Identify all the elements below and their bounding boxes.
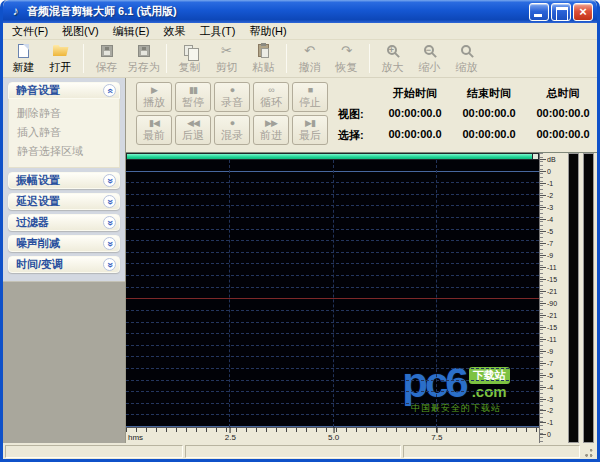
time-table-corner: [336, 86, 378, 101]
status-section: [185, 445, 401, 458]
chevron-down-icon[interactable]: »: [103, 258, 116, 271]
db-scale-label: -7: [540, 357, 565, 369]
sidebar-item[interactable]: 插入静音: [17, 123, 117, 142]
open-folder-icon: [52, 43, 69, 59]
undo-arrow-icon: ↶: [301, 43, 318, 59]
db-scale-label: -21: [540, 309, 565, 321]
main-area: 静音设置 « 删除静音插入静音静音选择区域 振幅设置 » 延迟设置 »: [3, 78, 597, 443]
db-scale-label: -2: [540, 190, 565, 202]
new-button[interactable]: 新建: [5, 41, 42, 76]
pc6-watermark: pc6 下载站 .com 中国最安全的下载站: [377, 365, 535, 415]
ruler-mark-label: 7.5: [431, 433, 442, 442]
panel-header[interactable]: 振幅设置 »: [8, 172, 120, 189]
toolbar-separator: [286, 44, 287, 73]
menu-item[interactable]: 效果: [156, 23, 192, 40]
view-time-value: 00:00:00.0: [452, 107, 526, 122]
panel-header[interactable]: 过滤器 »: [8, 214, 120, 231]
transport-button[interactable]: ▮▮ 暂停: [175, 82, 211, 112]
time-info-table: 开始时间结束时间总时间 视图: 00:00:00.000:00:00.000:0…: [336, 82, 597, 152]
watermark-badge: 下载站: [469, 367, 510, 384]
content-area: ▶ 播放 ▮▮ 暂停 ● 录音 ∞ 循环: [126, 78, 597, 443]
transport-button[interactable]: ◀◀ 后退: [175, 115, 211, 145]
transport-button[interactable]: ▮◀ 最前: [136, 115, 172, 145]
menu-item[interactable]: 文件(F): [5, 23, 55, 40]
view-time-value: 00:00:00.0: [526, 107, 597, 122]
panel-header[interactable]: 噪声削减 »: [8, 235, 120, 252]
titlebar[interactable]: 音频混音剪辑大师 6.1 (试用版): [3, 0, 597, 23]
view-row-label: 视图:: [336, 107, 378, 122]
status-section: [403, 445, 580, 458]
transport-icon: ▮▮: [189, 85, 197, 95]
wave-scrollbar[interactable]: [126, 153, 539, 160]
transport-row-2: ▮◀ 最前 ◀◀ 后退 ● 混录 ▶▶ 前进: [136, 115, 328, 145]
transport-button[interactable]: ▶▶ 前进: [253, 115, 289, 145]
time-ruler[interactable]: hms 2.55.07.5: [126, 427, 539, 443]
menu-item[interactable]: 编辑(E): [106, 23, 157, 40]
transport-button[interactable]: ● 混录: [214, 115, 250, 145]
wave-main: pc6 下载站 .com 中国最安全的下载站 hms 2.55.07.5: [126, 153, 539, 443]
transport-button[interactable]: ∞ 循环: [253, 82, 289, 112]
ruler-mark-label: 5.0: [328, 433, 339, 442]
sidebar-item[interactable]: 删除静音: [17, 104, 117, 123]
cut-button[interactable]: ✂ 剪切: [208, 41, 245, 76]
close-button[interactable]: [573, 3, 593, 21]
chevron-down-icon[interactable]: »: [103, 216, 116, 229]
transport-icon: ●: [230, 85, 234, 95]
open-button[interactable]: 打开: [42, 41, 79, 76]
chevron-up-icon[interactable]: «: [103, 84, 116, 97]
ruler-mark-label: 2.5: [225, 433, 236, 442]
toolbar-separator: [83, 44, 84, 73]
db-scale-label: -2: [540, 405, 565, 417]
db-scale-label: -1: [540, 417, 565, 429]
zoom-out-button[interactable]: 缩小: [411, 41, 448, 76]
undo-button[interactable]: ↶ 撤消: [291, 41, 328, 76]
app-note-icon: [8, 4, 23, 19]
db-scale-label: dB: [540, 154, 565, 166]
db-scale-label: -1: [540, 178, 565, 190]
transport-button[interactable]: ▶▮ 最后: [292, 115, 328, 145]
chevron-down-icon[interactable]: »: [103, 195, 116, 208]
redo-button[interactable]: ↷ 恢复: [328, 41, 365, 76]
toolbar-separator: [369, 44, 370, 73]
transport-icon: ∞: [268, 85, 273, 95]
pc6-logo: pc6: [402, 365, 465, 401]
menu-item[interactable]: 帮助(H): [242, 23, 293, 40]
zoom-button[interactable]: 缩放: [448, 41, 485, 76]
chevron-down-icon[interactable]: »: [103, 237, 116, 250]
level-meters: [565, 153, 597, 443]
transport-icon: ■: [308, 85, 312, 95]
sidebar-item[interactable]: 静音选择区域: [17, 142, 117, 161]
time-column-header: 开始时间: [378, 86, 452, 101]
zoom-in-button[interactable]: 放大: [374, 41, 411, 76]
status-section: [5, 445, 183, 458]
copy-icon: [181, 43, 198, 59]
resize-grip[interactable]: [582, 445, 595, 458]
transport-button[interactable]: ▶ 播放: [136, 82, 172, 112]
select-time-value: 00:00:00.0: [378, 128, 452, 143]
waveform-canvas[interactable]: pc6 下载站 .com 中国最安全的下载站: [126, 160, 539, 427]
save-as-button[interactable]: 另存为: [125, 41, 162, 76]
db-scale-label: -15: [540, 321, 565, 333]
sidebar-panel: 噪声削减 »: [8, 235, 120, 252]
minimize-button[interactable]: [529, 3, 549, 21]
save-button[interactable]: 保存: [88, 41, 125, 76]
app-window: 音频混音剪辑大师 6.1 (试用版) 文件(F)视图(V)编辑(E)效果工具(T…: [0, 0, 600, 462]
chevron-down-icon[interactable]: »: [103, 174, 116, 187]
menu-item[interactable]: 工具(T): [192, 23, 242, 40]
transport-button[interactable]: ■ 停止: [292, 82, 328, 112]
paste-button[interactable]: 粘贴: [245, 41, 282, 76]
maximize-button[interactable]: [551, 3, 571, 21]
panel-header-silence[interactable]: 静音设置 «: [8, 82, 120, 99]
view-time-value: 00:00:00.0: [378, 107, 452, 122]
menu-item[interactable]: 视图(V): [55, 23, 106, 40]
panel-header[interactable]: 延迟设置 »: [8, 193, 120, 210]
panel-header[interactable]: 时间/变调 »: [8, 256, 120, 273]
select-time-value: 00:00:00.0: [526, 128, 597, 143]
sidebar: 静音设置 « 删除静音插入静音静音选择区域 振幅设置 » 延迟设置 »: [3, 78, 126, 443]
copy-button[interactable]: 复制: [171, 41, 208, 76]
transport-button[interactable]: ● 录音: [214, 82, 250, 112]
time-column-header: 总时间: [526, 86, 597, 101]
transport-icon: ▮◀: [149, 118, 159, 128]
db-scale-label: 0: [540, 429, 565, 441]
zoom-out-magnifier-icon: [421, 43, 438, 59]
